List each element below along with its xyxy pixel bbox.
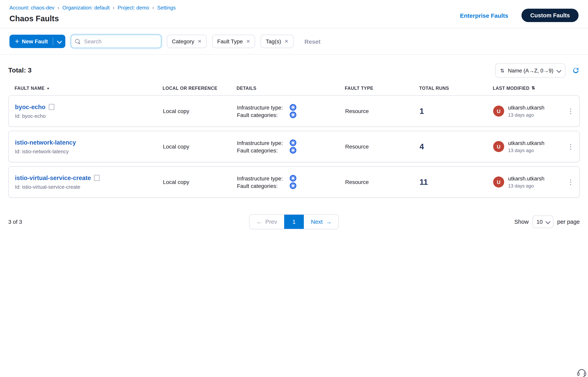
chevron-right-icon: › (152, 5, 154, 11)
modified-by: utkarsh.utkarsh (508, 105, 544, 110)
fault-icon (94, 175, 100, 181)
local-or-reference-cell: Local copy (163, 108, 237, 114)
sort-ascending-icon: ▲ (47, 86, 50, 90)
fault-categories-label: Fault categories: (237, 183, 285, 189)
refresh-icon[interactable] (572, 67, 580, 74)
fault-name-link[interactable]: istio-virtual-service-create (15, 174, 91, 181)
per-page-label: per page (557, 219, 580, 225)
total-runs-cell: 1 (419, 106, 493, 116)
arrow-left-icon: ← (256, 219, 262, 225)
reset-filters-button[interactable]: Reset (305, 38, 321, 45)
sort-dropdown-label: Name (A→Z, 0→9) (508, 68, 553, 73)
fault-type-cell: Resource (345, 143, 419, 150)
enterprise-faults-link[interactable]: Enterprise Faults (460, 12, 508, 19)
breadcrumb-organization[interactable]: Organization: default (62, 5, 110, 11)
fault-categories-label: Fault categories: (237, 147, 285, 153)
search-box (71, 35, 161, 48)
total-runs-cell: 4 (419, 142, 493, 151)
new-fault-dropdown[interactable] (53, 35, 65, 48)
fault-id: Id: byoc-echo (15, 113, 163, 119)
kebab-menu-icon[interactable]: ⋮ (566, 177, 576, 187)
page-size-select[interactable]: 10 (532, 215, 553, 228)
modified-at: 13 days ago (508, 112, 544, 118)
page-number-button[interactable]: 1 (284, 215, 304, 229)
chevron-down-icon (556, 68, 561, 73)
headset-icon[interactable] (577, 367, 587, 377)
prev-page-button[interactable]: ← Prev (249, 215, 284, 229)
close-icon[interactable]: × (198, 38, 202, 45)
fault-categories-label: Fault categories: (237, 112, 285, 118)
fault-name-link[interactable]: byoc-echo (15, 103, 45, 110)
new-fault-label: New Fault (22, 38, 48, 45)
kebab-menu-icon[interactable]: ⋮ (566, 106, 576, 116)
filter-chip-label: Fault Type (217, 38, 243, 45)
fault-id: Id: istio-network-latency (15, 148, 163, 154)
fault-category-icon (290, 147, 296, 154)
table-row: istio-virtual-service-create Id: istio-v… (8, 166, 580, 198)
next-page-button[interactable]: Next → (304, 215, 339, 229)
avatar: U (493, 141, 504, 152)
infrastructure-type-label: Infrastructure type: (237, 175, 285, 181)
table-row: istio-network-latency Id: istio-network-… (8, 131, 580, 162)
chevron-down-icon (57, 39, 62, 44)
search-icon (75, 39, 80, 44)
table-header-row: FAULT NAME ▲ LOCAL OR REFERENCE DETAILS … (8, 85, 580, 91)
kubernetes-icon (290, 104, 296, 111)
breadcrumb: Account: chaos-dev › Organization: defau… (10, 5, 176, 11)
close-icon[interactable]: × (284, 38, 288, 45)
column-header-details: DETAILS (237, 86, 345, 90)
table-row: byoc-echo Id: byoc-echo Local copy Infra… (8, 95, 580, 127)
filter-chip-tags[interactable]: Tag(s) × (261, 35, 294, 48)
fault-icon (49, 104, 54, 110)
close-icon[interactable]: × (246, 38, 250, 45)
avatar: U (493, 106, 504, 117)
sort-arrows-icon: ⇅ (500, 68, 504, 73)
arrow-right-icon: → (326, 219, 332, 225)
modified-by: utkarsh.utkarsh (508, 140, 544, 146)
chevron-down-icon (545, 219, 550, 224)
page-size-value: 10 (536, 219, 543, 225)
kubernetes-icon (290, 175, 296, 182)
infrastructure-type-label: Infrastructure type: (237, 140, 285, 146)
fault-category-icon (290, 182, 296, 189)
fault-category-icon (290, 111, 296, 118)
fault-type-cell: Resource (345, 108, 419, 114)
filter-chip-fault-type[interactable]: Fault Type × (212, 35, 255, 48)
modified-by: utkarsh.utkarsh (508, 176, 544, 181)
kebab-menu-icon[interactable]: ⋮ (566, 142, 576, 152)
custom-faults-button[interactable]: Custom Faults (522, 9, 578, 22)
kubernetes-icon (290, 140, 296, 146)
breadcrumb-account[interactable]: Account: chaos-dev (10, 5, 54, 11)
chevron-right-icon: › (57, 5, 59, 11)
page-header: Account: chaos-dev › Organization: defau… (0, 0, 588, 28)
infrastructure-type-label: Infrastructure type: (237, 104, 285, 110)
filter-chip-label: Tag(s) (266, 38, 281, 45)
column-header-last-modified[interactable]: LAST MODIFIED ⇅ (493, 85, 562, 91)
search-input[interactable] (83, 38, 157, 45)
breadcrumb-project[interactable]: Project: demo (118, 5, 149, 11)
sort-dropdown[interactable]: ⇅ Name (A→Z, 0→9) (495, 63, 565, 78)
filter-chip-category[interactable]: Category × (167, 35, 206, 48)
pagination: 3 of 3 ← Prev 1 Next → Show 10 per page (8, 214, 580, 229)
modified-at: 13 days ago (508, 183, 544, 188)
sort-both-icon: ⇅ (531, 85, 535, 91)
filter-chip-label: Category (172, 38, 194, 45)
column-header-fault-type: FAULT TYPE (345, 86, 419, 90)
local-or-reference-cell: Local copy (163, 179, 237, 185)
column-header-local-or-reference: LOCAL OR REFERENCE (163, 86, 237, 90)
avatar: U (493, 177, 504, 188)
breadcrumb-settings[interactable]: Settings (157, 5, 176, 11)
show-label: Show (514, 219, 529, 225)
plus-icon: + (15, 38, 19, 45)
modified-at: 13 days ago (508, 148, 544, 153)
total-count: Total: 3 (8, 67, 32, 74)
new-fault-button[interactable]: + New Fault (10, 35, 65, 48)
column-header-fault-name[interactable]: FAULT NAME ▲ (15, 86, 163, 90)
fault-name-link[interactable]: istio-network-latency (15, 139, 76, 146)
toolbar: + New Fault Category × Fault Type × Tag(… (0, 28, 588, 55)
local-or-reference-cell: Local copy (163, 143, 237, 150)
fault-id: Id: istio-virtual-service-create (15, 184, 163, 190)
chaos-faults-page: Account: chaos-dev › Organization: defau… (0, 0, 588, 377)
pagination-count: 3 of 3 (8, 219, 249, 225)
page-title: Chaos Faults (10, 14, 176, 23)
